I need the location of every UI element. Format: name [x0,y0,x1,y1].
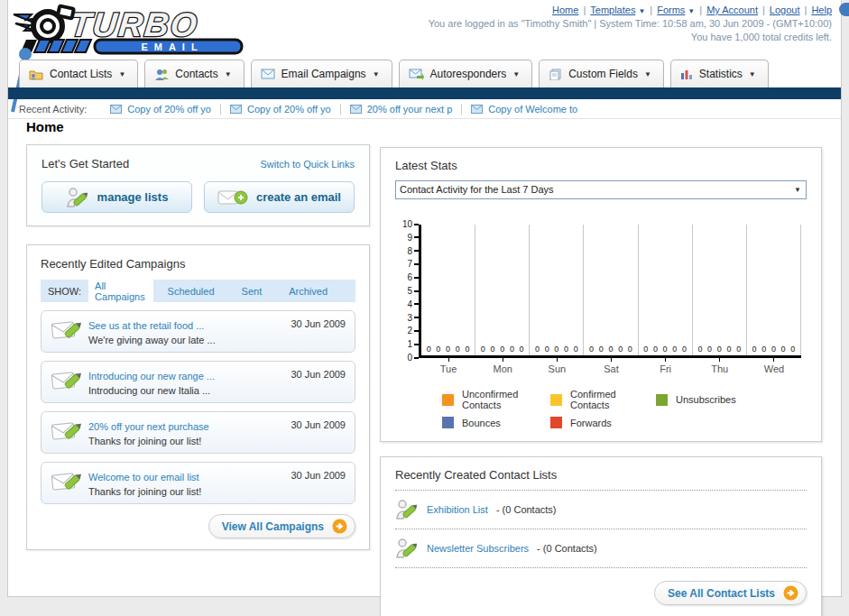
chart-x-tick: Wed [747,358,801,374]
nav-link-logout[interactable]: Logout [770,5,800,15]
envelope-pencil-icon [51,316,88,346]
envelope-pencil-icon [51,417,88,447]
left-column: Let's Get Started Switch to Quick Links … [26,144,370,550]
filter-archived[interactable]: Archived [282,283,334,299]
arrow-circle-icon [783,585,798,601]
nav-divider-bar [8,87,841,99]
chart-group: 00000 [475,225,530,355]
campaign-row[interactable]: 20% off your next purchase Thanks for jo… [41,411,355,454]
turbo-email-logo: EMAIL TURBO [12,2,255,61]
chevron-down-icon: ▼ [794,186,801,194]
contact-list-row[interactable]: Exhibition List - (0 Contacts) [395,499,807,520]
header-utility: Home|Templates▼|Forms▼|My Account|Logout… [429,5,832,42]
chevron-down-icon: ▼ [638,7,645,15]
chart-y-labels: 109876543210 [395,225,419,358]
campaign-subtitle: We're giving away our late ... [88,335,283,345]
legend-swatch [656,394,668,406]
chevron-down-icon: ▼ [644,70,651,78]
recent-activity-item[interactable]: Copy of 20% off yo [221,104,341,115]
chart-group: 00000 [693,225,747,355]
filter-scheduled[interactable]: Scheduled [161,283,221,299]
recent-activity-bar: Recent Activity: Copy of 20% off yo Copy… [8,99,841,119]
campaign-title-link: Welcome to our email list [88,472,199,483]
recent-activity-item[interactable]: Copy of 20% off yo [101,104,221,115]
chart-x-tick: Sat [584,358,638,374]
credits-info: You have 1,000 total credits left. [429,32,832,42]
statistics-icon [680,69,693,80]
campaign-subtitle: Thanks for joining our list! [88,436,283,446]
contact-list-detail: - (0 Contacts) [537,543,597,554]
campaign-subtitle: Introducing our new Italia ... [88,385,283,396]
filter-sent[interactable]: Sent [235,283,269,299]
recent-activity-item[interactable]: Copy of Welcome to [462,104,586,115]
campaigns-title: Recently Edited Campaigns [41,257,355,271]
person-pencil-icon [66,187,89,208]
campaign-date: 30 Jun 2009 [291,366,346,380]
tab-custom-fields[interactable]: Custom Fields ▼ [539,60,664,87]
logo-title: TURBO [69,5,200,43]
person-pencil-icon [395,499,419,520]
top-nav: Home|Templates▼|Forms▼|My Account|Logout… [429,5,832,15]
legend-swatch [442,417,454,428]
chevron-down-icon: ▼ [749,70,756,78]
tab-label: Custom Fields [568,68,638,80]
contacts-icon [154,69,169,80]
manage-lists-button[interactable]: manage lists [42,181,192,213]
campaign-row[interactable]: See us at the retail food ... We're givi… [41,310,355,353]
get-started-title: Let's Get Started [42,157,129,170]
stats-dropdown[interactable]: Contact Activity for the Last 7 Days ▼ [395,180,807,199]
nav-link-forms[interactable]: Forms [657,5,685,15]
chart-group: 00000 [747,225,801,355]
legend-item: Confirmed Contacts [550,389,656,410]
see-all-contact-lists-button[interactable]: See All Contact Lists [654,581,807,605]
contact-list-row[interactable]: Newsletter Subscribers - (0 Contacts) [395,538,807,559]
divider [395,529,807,529]
person-pencil-icon [395,538,419,559]
tab-label: Contacts [175,68,217,80]
nav-link-templates[interactable]: Templates [590,5,635,15]
tab-contact-lists[interactable]: Contact Lists ▼ [19,60,138,87]
page-container: EMAIL TURBO Home|Templates▼|Forms▼|My Ac… [7,0,842,597]
chart-x-tick: Fri [639,358,693,374]
tab-label: Contact Lists [50,68,112,80]
legend-item: Unsubscribes [656,389,807,410]
tab-contacts[interactable]: Contacts ▼ [144,60,244,87]
chart-x-tick: Sun [530,358,584,374]
contact-lists-icon [29,69,43,80]
latest-stats-title: Latest Stats [395,159,807,172]
envelope-pencil-icon [51,366,88,397]
chevron-down-icon: ▼ [512,70,520,78]
recent-activity-item[interactable]: 20% off your next p [341,104,463,115]
nav-link-help[interactable]: Help [811,5,832,15]
campaigns-panel: Recently Edited Campaigns SHOW: All Camp… [26,244,370,550]
legend-item: Unconfirmed Contacts [442,389,550,410]
chevron-down-icon: ▼ [225,70,232,78]
create-email-button[interactable]: create an email [204,181,355,213]
email-campaigns-icon [261,69,275,79]
envelope-icon [110,105,122,114]
latest-stats-panel: Latest Stats Contact Activity for the La… [380,147,822,442]
divider [395,567,807,568]
envelope-plus-icon [217,188,248,207]
tab-statistics[interactable]: Statistics ▼ [670,60,769,87]
page-title: Home [26,119,64,134]
chart-group: 00000 [421,225,475,355]
filter-all-campaigns[interactable]: All Campaigns [88,278,152,305]
legend-item: Forwards [550,417,656,428]
recent-activity-label: Recent Activity: [19,104,87,115]
tab-email-campaigns[interactable]: Email Campaigns ▼ [251,60,392,87]
switch-quick-links[interactable]: Switch to Quick Links [260,159,355,170]
nav-link-my-account[interactable]: My Account [706,5,758,15]
tab-autoresponders[interactable]: Autoresponders ▼ [399,60,533,87]
nav-link-home[interactable]: Home [552,5,578,15]
chart-group: 00000 [639,225,693,355]
envelope-icon [230,105,242,114]
tab-label: Autoresponders [430,68,507,80]
chart-group: 00000 [530,225,584,355]
contact-activity-chart: 109876543210 000000000000000000000000000… [395,225,807,358]
chart-x-tick: Thu [693,358,747,374]
campaign-row[interactable]: Introducing our new range ... Introducin… [41,361,355,403]
help-bubble-icon[interactable] [839,3,849,16]
campaign-row[interactable]: Welcome to our email list Thanks for joi… [41,462,355,504]
view-all-campaigns-button[interactable]: View All Campaigns [208,514,355,538]
